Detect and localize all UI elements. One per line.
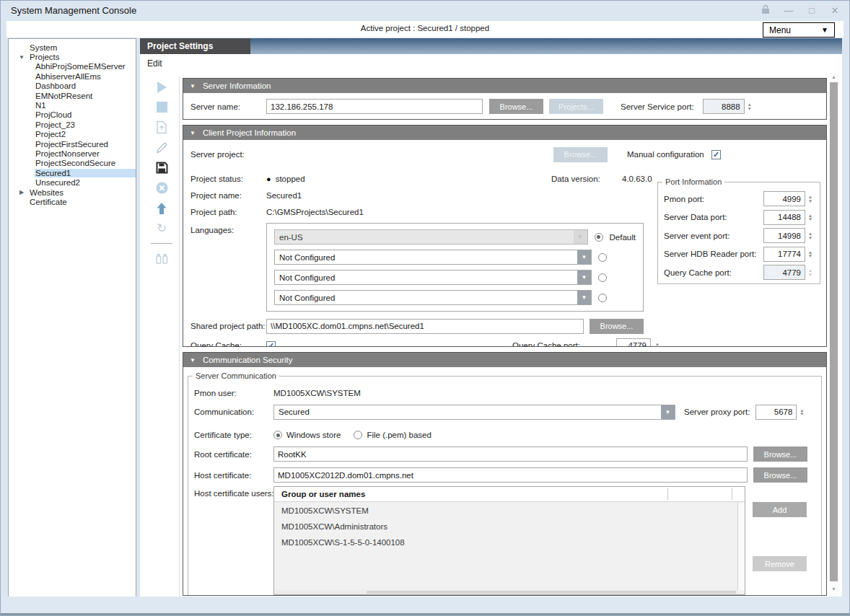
tree-item-project2[interactable]: Project2	[9, 130, 136, 139]
stop-icon[interactable]	[154, 100, 169, 114]
chevron-down-icon[interactable]: ▼	[661, 405, 675, 419]
data-version-label: Data version:	[551, 175, 600, 183]
query-cache-checkbox[interactable]: ✓	[266, 341, 276, 348]
edit-icon[interactable]	[154, 141, 169, 154]
remove-user-button[interactable]: Remove	[753, 556, 807, 571]
server-browse-button[interactable]: Browse...	[489, 99, 543, 114]
tree-item-projcloud[interactable]: ProjCloud	[9, 110, 136, 120]
menu-button[interactable]: Menu ▼	[763, 22, 835, 38]
chevron-expanded-icon[interactable]: ▼	[14, 54, 29, 61]
host-certificate-browse-button[interactable]: Browse...	[753, 467, 807, 483]
tab-project-settings[interactable]: Project Settings	[140, 38, 250, 54]
shared-project-path-input[interactable]	[266, 319, 584, 334]
port-spinner[interactable]: ▲▼	[807, 232, 814, 239]
port-row-server-event-port-: Server event port:▲▼	[664, 228, 814, 243]
server-name-label: Server name:	[190, 102, 266, 111]
language-combo-4[interactable]: Not Configured▼	[274, 290, 592, 305]
tree-item-system[interactable]: System	[9, 43, 136, 52]
start-icon[interactable]	[154, 80, 169, 94]
port-spinner[interactable]: ▲▼	[807, 195, 814, 203]
language-combo-2[interactable]: Not Configured▼	[274, 250, 592, 265]
shared-path-browse-button[interactable]: Browse...	[590, 319, 644, 334]
query-cache-label: Query Cache:	[190, 341, 266, 347]
port-input-server-event-port-[interactable]	[763, 228, 805, 243]
service-port-input[interactable]	[703, 99, 745, 114]
language-combo-value: Not Configured	[275, 270, 577, 284]
root-certificate-browse-button[interactable]: Browse...	[753, 446, 807, 462]
user-row-md1005xcw-administrators[interactable]: MD1005XCW\Administrators	[274, 519, 737, 534]
chevron-down-icon[interactable]: ▼	[577, 250, 591, 264]
query-cache-port-input[interactable]	[616, 338, 651, 348]
language-default-radio-2[interactable]	[598, 253, 607, 262]
scroll-up-icon[interactable]: ▲	[829, 74, 838, 79]
minimize-button[interactable]: ―	[783, 5, 794, 17]
restore-icon[interactable]: ↻	[154, 221, 169, 235]
tree-item-n1[interactable]: N1	[9, 100, 136, 110]
tree-item-websites[interactable]: ▶Websites	[9, 188, 136, 197]
cert-type-radio-windows-store[interactable]	[273, 431, 282, 439]
tree-item-projectnonserver[interactable]: ProjectNonserver	[9, 149, 136, 158]
server-proxy-port-label: Server proxy port:	[684, 408, 750, 416]
server-proxy-port-input[interactable]	[755, 405, 797, 420]
scrollbar-thumb[interactable]	[830, 82, 838, 581]
tree-item-secured1[interactable]: Secured1	[9, 168, 136, 177]
language-combo-3[interactable]: Not Configured▼	[274, 270, 592, 285]
column-separator[interactable]	[667, 488, 668, 500]
chevron-down-icon[interactable]: ▼	[577, 270, 591, 284]
language-default-radio-1[interactable]	[595, 233, 603, 242]
add-user-button[interactable]: Add	[753, 502, 807, 517]
root-certificate-input[interactable]	[273, 446, 748, 462]
tree-item-projects[interactable]: ▼Projects	[9, 52, 136, 61]
tree-item-certificate[interactable]: Certificate	[9, 197, 136, 206]
save-icon[interactable]	[154, 161, 169, 175]
edit-menu[interactable]: Edit	[140, 57, 170, 70]
client-project-information-header[interactable]: ▼ Client Project Information	[183, 126, 826, 140]
service-port-spinner[interactable]: ▲▼	[746, 102, 753, 110]
server-name-input[interactable]	[266, 99, 483, 114]
users-vertical-scrollbar[interactable]	[737, 503, 745, 590]
chevron-down-icon[interactable]: ▼	[577, 291, 591, 304]
language-default-radio-4[interactable]	[598, 294, 607, 302]
delete-icon[interactable]	[154, 181, 169, 195]
query-cache-port-spinner[interactable]: ▲▼	[654, 342, 661, 348]
chevron-collapsed-icon[interactable]: ▶	[14, 189, 29, 195]
port-input-server-data-port-[interactable]	[763, 210, 805, 225]
port-input-pmon-port-[interactable]	[763, 191, 805, 206]
tree-item-project-23[interactable]: Project_23	[9, 120, 136, 129]
cert-type-option-windows-store[interactable]: Windows store	[273, 431, 341, 439]
column-separator[interactable]	[732, 488, 732, 500]
tree-item-dashboard[interactable]: Dashboard	[9, 82, 136, 91]
language-default-radio-3[interactable]	[598, 273, 607, 282]
tree-item-abhiserverallems[interactable]: AbhiserverAllEms	[9, 71, 136, 81]
tree-item-abhiprojsomeemserver[interactable]: AbhiProjSomeEMServer	[9, 62, 136, 71]
port-input-server-hdb-reader-port-[interactable]	[763, 247, 805, 262]
host-certificate-input[interactable]	[273, 467, 748, 483]
port-spinner[interactable]: ▲▼	[807, 214, 814, 221]
scroll-down-icon[interactable]: ▼	[829, 586, 838, 591]
maximize-button[interactable]: □	[806, 5, 818, 17]
tree-item-emnotpresent[interactable]: EMNotPResent	[9, 91, 136, 100]
user-row-md1005xcw-s-1-5-5-0-1400108[interactable]: MD1005XCW\S-1-5-5-0-1400108	[274, 534, 737, 550]
save-as-icon[interactable]	[154, 120, 169, 134]
server-information-header[interactable]: ▼ Server Information	[183, 79, 826, 93]
users-horizontal-scrollbar[interactable]	[274, 590, 737, 594]
language-combo-1[interactable]: en-US▼	[274, 229, 588, 245]
user-row-md1005xcw-system[interactable]: MD1005XCW\SYSTEM	[274, 503, 737, 519]
port-spinner[interactable]: ▲▼	[807, 250, 814, 258]
compare-icon[interactable]	[154, 252, 169, 265]
tree-item-projectsecondsecure[interactable]: ProjectSecondSecure	[9, 159, 136, 168]
tree-item-unsecured2[interactable]: Unsecured2	[9, 177, 136, 187]
server-project-browse-button[interactable]: Browse...	[553, 147, 608, 162]
server-proxy-port-spinner[interactable]: ▲▼	[798, 408, 805, 416]
tree-item-projectfirstsecured[interactable]: ProjectFirstSecured	[9, 139, 136, 149]
communication-combo[interactable]: Secured ▼	[273, 405, 675, 420]
port-input-query-cache-port-[interactable]	[763, 265, 805, 280]
cert-type-option-file-pem-based[interactable]: File (.pem) based	[354, 431, 431, 439]
projects-button[interactable]: Projects...	[549, 99, 603, 114]
upgrade-icon[interactable]	[154, 201, 169, 215]
close-button[interactable]: ✕	[829, 5, 841, 17]
main-vertical-scrollbar[interactable]: ▲ ▼	[829, 73, 838, 597]
manual-configuration-checkbox[interactable]: ✓	[711, 150, 721, 159]
communication-security-header[interactable]: ▼ Communication Security	[183, 353, 826, 367]
cert-type-radio-file-pem-based[interactable]	[354, 431, 362, 439]
